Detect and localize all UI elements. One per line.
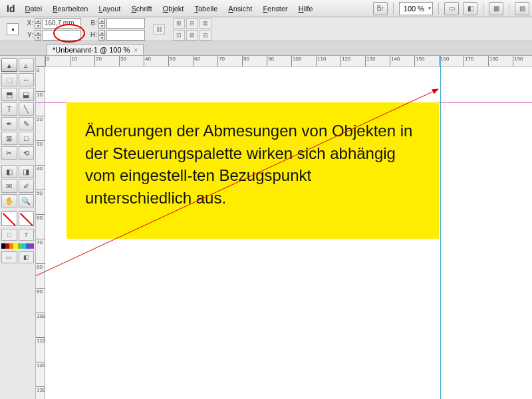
- menu-hilfe[interactable]: Hilfe: [294, 3, 318, 15]
- document-tab-bar: *Unbenannt-1 @ 100 % ×: [0, 41, 532, 56]
- page-tool[interactable]: ⬚: [1, 73, 17, 86]
- bridge-button[interactable]: Br: [373, 2, 388, 15]
- h-input[interactable]: [106, 30, 145, 41]
- b-spinner[interactable]: ▴▾: [98, 18, 105, 29]
- content-placer-tool[interactable]: ⬓: [19, 88, 35, 101]
- fill-swatch[interactable]: [1, 211, 17, 226]
- guide-vertical[interactable]: [440, 56, 441, 399]
- menu-bearbeiten[interactable]: Bearbeiten: [48, 3, 92, 15]
- ruler-origin[interactable]: [36, 56, 45, 66]
- screen-mode-icon[interactable]: ◧: [463, 2, 477, 15]
- align-icon-3[interactable]: ⊠: [200, 18, 211, 29]
- pencil-tool[interactable]: ✎: [19, 117, 35, 130]
- control-palette: X: ▴▾ 160,7 mm Y: ▴▾ B: ▴▾ H: ▴▾ ⛓ ⊞ ⊟ ⊠: [0, 17, 532, 41]
- horizontal-ruler[interactable]: 0102030405060708090100110120130140150160…: [45, 56, 532, 66]
- h-label: H:: [88, 31, 97, 39]
- menu-fenster[interactable]: Fenster: [258, 3, 292, 15]
- document-tab[interactable]: *Unbenannt-1 @ 100 % ×: [47, 44, 144, 55]
- eyedropper-tool[interactable]: ✐: [19, 180, 35, 193]
- close-tab-icon[interactable]: ×: [134, 47, 138, 54]
- hand-tool[interactable]: ✋: [1, 194, 17, 207]
- free-transform-tool[interactable]: ⟲: [19, 146, 35, 160]
- menu-objekt[interactable]: Objekt: [158, 3, 189, 15]
- document-tab-title: *Unbenannt-1 @ 100 %: [53, 46, 130, 54]
- stroke-swatch[interactable]: [19, 211, 35, 226]
- scissors-tool[interactable]: ✂: [1, 146, 17, 160]
- canvas[interactable]: 0102030405060708090100110120130140150160…: [36, 56, 532, 399]
- menu-ansicht[interactable]: Ansicht: [223, 3, 257, 15]
- type-tool[interactable]: T: [1, 102, 17, 116]
- reference-point-proxy[interactable]: [7, 23, 19, 35]
- menu-schrift[interactable]: Schrift: [126, 3, 156, 15]
- color-strip[interactable]: [1, 243, 34, 249]
- direct-selection-tool[interactable]: ▵: [19, 59, 35, 72]
- zoom-level[interactable]: 100 %: [399, 2, 433, 15]
- b-input[interactable]: [106, 18, 145, 29]
- text-frame-content: Änderungen der Abmesungen von Objekten i…: [85, 122, 412, 207]
- menu-layout[interactable]: Layout: [94, 3, 125, 15]
- selection-tool[interactable]: ▴: [1, 59, 17, 72]
- align-icon-4[interactable]: ⊡: [173, 30, 185, 41]
- x-label: X:: [24, 19, 33, 27]
- view-mode-icon[interactable]: ▭: [444, 2, 459, 15]
- gradient-feather-tool[interactable]: ◨: [19, 165, 35, 178]
- content-collector-tool[interactable]: ⬒: [1, 88, 17, 101]
- menu-bar: Id Datei Bearbeiten Layout Schrift Objek…: [0, 0, 532, 17]
- gap-tool[interactable]: ↔: [19, 73, 35, 86]
- constrain-icon[interactable]: ⛓: [153, 24, 165, 35]
- arrange-icon[interactable]: ▦: [489, 2, 503, 15]
- align-icon-2[interactable]: ⊟: [186, 18, 198, 29]
- rectangle-tool[interactable]: □: [19, 132, 35, 145]
- line-tool[interactable]: ╲: [19, 102, 35, 116]
- note-tool[interactable]: ✉: [1, 180, 17, 193]
- vertical-ruler[interactable]: 0102030405060708090100110120130: [36, 66, 45, 399]
- workspace: ▴▵ ⬚↔ ⬒⬓ T╲ ✒✎ ⊠□ ✂⟲ ◧◨ ✉✐ ✋🔍 □ T ▭ ◧ 01…: [0, 56, 532, 399]
- y-spinner[interactable]: ▴▾: [35, 30, 41, 41]
- x-spinner[interactable]: ▴▾: [35, 18, 41, 29]
- menu-tabelle[interactable]: Tabelle: [190, 3, 222, 15]
- align-icon-1[interactable]: ⊞: [173, 18, 185, 29]
- formatting-text-icon[interactable]: T: [19, 229, 35, 241]
- zoom-tool[interactable]: 🔍: [19, 194, 35, 207]
- x-input[interactable]: 160,7 mm: [43, 18, 81, 29]
- align-icon-6[interactable]: ⊟: [200, 30, 211, 41]
- pen-tool[interactable]: ✒: [1, 117, 17, 130]
- h-spinner[interactable]: ▴▾: [98, 30, 105, 41]
- text-frame[interactable]: Änderungen der Abmesungen von Objekten i…: [66, 102, 439, 239]
- menu-datei[interactable]: Datei: [20, 3, 47, 15]
- workspace-icon[interactable]: ▤: [515, 2, 529, 15]
- formatting-container-icon[interactable]: □: [1, 229, 17, 241]
- y-label: Y:: [24, 31, 33, 39]
- tools-panel: ▴▵ ⬚↔ ⬒⬓ T╲ ✒✎ ⊠□ ✂⟲ ◧◨ ✉✐ ✋🔍 □ T ▭ ◧: [0, 56, 36, 399]
- app-logo: Id: [3, 3, 19, 14]
- b-label: B:: [88, 19, 97, 27]
- align-icon-5[interactable]: ⊞: [186, 30, 198, 41]
- gradient-swatch-tool[interactable]: ◧: [1, 165, 17, 178]
- y-input[interactable]: [43, 30, 81, 41]
- rectangle-frame-tool[interactable]: ⊠: [1, 132, 17, 145]
- view-mode-preview-icon[interactable]: ◧: [19, 251, 35, 263]
- view-mode-normal-icon[interactable]: ▭: [1, 251, 17, 263]
